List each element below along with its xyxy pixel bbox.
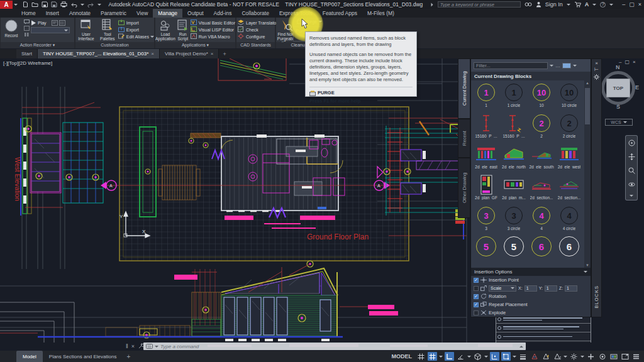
palette-scrollbar[interactable]: ▲ ▼	[584, 80, 591, 268]
palette-close-icon[interactable]: ×	[595, 60, 598, 67]
layout-add-button[interactable]: +	[123, 353, 134, 360]
zoom-icon[interactable]	[628, 167, 635, 174]
block-item[interactable]: 2d_plan_m...	[500, 174, 528, 203]
command-line[interactable]	[143, 343, 526, 350]
view-style-caret-icon[interactable]	[573, 65, 577, 67]
block-item[interactable]: 5	[500, 236, 528, 265]
panel-label-applications[interactable]: Applications ▾	[155, 42, 235, 48]
scale-checkbox[interactable]	[474, 286, 479, 291]
ortho-mode-toggle[interactable]	[445, 352, 454, 361]
file-tab-doc2-close-icon[interactable]: ×	[211, 51, 214, 57]
scroll-down-icon[interactable]: ▼	[586, 263, 589, 267]
wcs-selector[interactable]: WCS	[605, 119, 633, 126]
block-item[interactable]: 33 circle	[500, 205, 528, 234]
grid-display-toggle[interactable]	[416, 352, 426, 361]
filter-caret-icon[interactable]	[550, 65, 553, 67]
tab-featured-apps[interactable]: Featured Apps	[318, 9, 362, 18]
tab-view[interactable]: View	[131, 9, 153, 18]
action-tree-icon[interactable]	[52, 20, 58, 26]
lineweight-toggle[interactable]	[518, 352, 528, 361]
viewcube-north[interactable]: N	[616, 64, 620, 70]
file-tab-add-button[interactable]: +	[219, 49, 230, 58]
autoscale-toggle[interactable]	[541, 352, 550, 361]
palette-vertical-title[interactable]: BLOCKS	[594, 285, 599, 308]
scale-x-field[interactable]	[525, 285, 537, 292]
repeat-placement-option[interactable]: ✓ Repeat Placement	[471, 300, 591, 309]
scroll-up-icon[interactable]: ▲	[586, 81, 589, 85]
redo-icon[interactable]	[87, 2, 94, 8]
search-input[interactable]	[438, 1, 521, 8]
edit-aliases-button[interactable]: Edit Aliases	[118, 33, 154, 40]
command-expand-caret-icon[interactable]	[519, 346, 523, 348]
app-caret-icon[interactable]	[592, 4, 596, 6]
run-vba-macro-button[interactable]: Run VBA Macro	[191, 33, 235, 40]
polar-caret-icon[interactable]	[467, 356, 471, 358]
view-style-icon[interactable]	[562, 63, 571, 69]
block-item[interactable]: 2d_plan_GF	[472, 174, 500, 203]
open-file-icon[interactable]	[31, 1, 38, 8]
file-tab-start[interactable]: Start	[16, 49, 38, 58]
block-item[interactable]: 2d_section...	[528, 174, 555, 203]
command-window-handle[interactable]: ‖ ×	[126, 343, 144, 349]
block-item[interactable]: 2d_ele_west	[555, 143, 583, 172]
scale-option[interactable]: Scale X: Y: Z:	[471, 284, 591, 292]
workspace-switching-button[interactable]	[569, 352, 579, 361]
command-dock-grip-icon[interactable]: ‖	[126, 343, 128, 349]
palette-tab-recent[interactable]: Recent	[458, 119, 470, 158]
block-item[interactable]: 2d_ele_north	[500, 143, 528, 172]
rotation-checkbox[interactable]: ✓	[474, 294, 479, 299]
user-interface-button[interactable]: User Interface	[75, 18, 97, 41]
object-snap-caret-icon[interactable]	[513, 356, 516, 358]
play-button[interactable]: Play	[31, 19, 70, 26]
tab-home[interactable]: Home	[16, 9, 41, 18]
file-tab-doc1-close-icon[interactable]: ×	[151, 51, 154, 57]
visual-basic-editor-button[interactable]: Visual Basic Editor	[191, 19, 235, 26]
drawing-restore-button[interactable]: ▢	[625, 59, 630, 65]
scale-select[interactable]: Scale	[489, 285, 516, 292]
command-recent-caret-icon[interactable]	[155, 346, 158, 348]
snap-caret-icon[interactable]	[439, 356, 443, 358]
block-item[interactable]: 6	[555, 236, 583, 265]
object-snap-tracking-toggle[interactable]	[490, 352, 499, 361]
block-item[interactable]: 15160_P_...	[472, 112, 500, 141]
tab-add-ins[interactable]: Add-ins	[209, 9, 237, 18]
save-icon[interactable]	[42, 1, 48, 8]
tab-annotate[interactable]: Annotate	[64, 9, 96, 18]
scale-z-field[interactable]	[565, 285, 577, 292]
object-snap-toggle[interactable]	[501, 352, 511, 361]
pan-icon[interactable]	[628, 153, 635, 160]
record-button[interactable]: Record	[1, 18, 22, 38]
isodraft-caret-icon[interactable]	[484, 356, 488, 358]
panel-label-customization[interactable]: Customization	[75, 42, 154, 48]
layer-translator-button[interactable]: Layer Translator	[238, 19, 278, 26]
command-close-icon[interactable]: ×	[131, 343, 135, 349]
viewcube-top-face[interactable]: TOP	[606, 79, 630, 97]
new-file-icon[interactable]	[23, 1, 28, 8]
layout-tab-plans-sections[interactable]: Plans Sections and Elevations	[43, 351, 123, 362]
block-item[interactable]: 22 circle	[555, 112, 583, 141]
help-caret-icon[interactable]	[609, 4, 613, 6]
tab-insert[interactable]: Insert	[41, 9, 64, 18]
model-space-toggle[interactable]: MODEL	[392, 353, 413, 359]
load-application-button[interactable]: Load Application	[155, 18, 175, 41]
configure-button[interactable]: Configure	[238, 33, 278, 40]
viewport-controls-label[interactable]: [-][Top][2D Wireframe]	[3, 60, 52, 66]
action-macro-combo[interactable]	[31, 27, 70, 33]
preference-icon[interactable]	[59, 20, 65, 26]
navigation-bar[interactable]	[625, 135, 638, 200]
help-icon[interactable]: ?	[600, 2, 606, 8]
annotation-scale-button[interactable]	[552, 352, 562, 361]
block-item[interactable]: 22	[528, 112, 555, 141]
import-button[interactable]: Import	[118, 19, 154, 26]
drawing-close-button[interactable]: ×	[633, 59, 636, 65]
sign-in-button[interactable]: Sign In	[545, 1, 563, 8]
block-item[interactable]: 5	[472, 236, 500, 265]
status-menu-button[interactable]	[631, 352, 641, 361]
block-item[interactable]: 1010	[528, 82, 555, 111]
palette-tab-current-drawing[interactable]: Current Drawing	[458, 58, 470, 119]
autocad-logo-icon[interactable]: A	[0, 1, 13, 9]
panel-label-action-recorder[interactable]: Action Recorder ▾	[1, 42, 74, 48]
plot-icon[interactable]	[60, 1, 67, 8]
navbar-more-caret-icon[interactable]	[630, 195, 633, 197]
message-icon[interactable]	[24, 19, 30, 25]
